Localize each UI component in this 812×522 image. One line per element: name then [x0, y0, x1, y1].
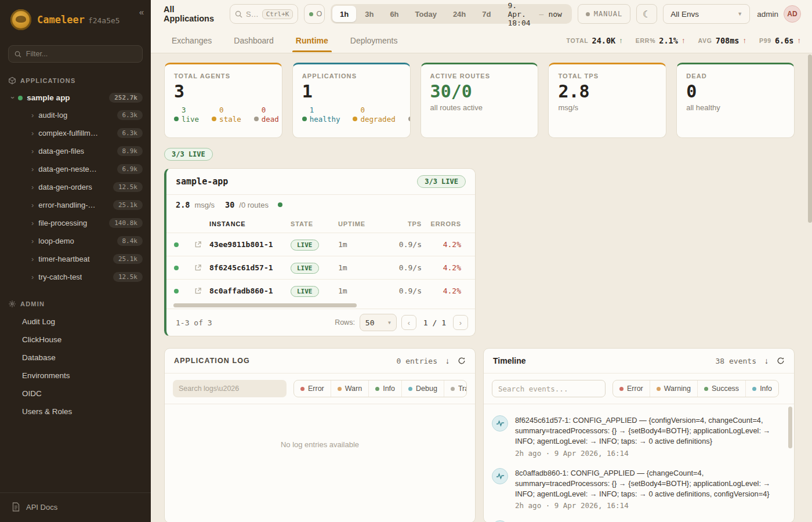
instance-row[interactable]: 43ee9811b801-1 LIVE 1m 0.9/s 4.2% 1	[166, 233, 475, 256]
manual-mode-button[interactable]: MANUAL	[578, 4, 630, 24]
download-icon[interactable]: ↓	[764, 356, 768, 365]
environment-select[interactable]: All Envs ▼	[663, 4, 750, 24]
range-1h-button[interactable]: 1h	[332, 6, 356, 22]
tab-deployments[interactable]: Deployments	[350, 36, 398, 52]
filter-success[interactable]: Success	[697, 380, 745, 397]
sidebar-filter-input[interactable]	[8, 45, 143, 63]
instance-row[interactable]: 8f6245c61d57-1 LIVE 1m 0.9/s 4.2% 1	[166, 256, 475, 279]
range-6h-button[interactable]: 6h	[382, 6, 406, 22]
sidebar-item-complex-fulfillm[interactable]: ›complex-fulfillm…6.3k	[0, 124, 151, 142]
filter-debug[interactable]: Debug	[401, 380, 444, 397]
warn-dot	[338, 387, 342, 391]
refresh-icon[interactable]	[777, 357, 785, 365]
sidebar-item-data-gen-orders[interactable]: ›data-gen-orders12.5k	[0, 178, 151, 196]
api-docs-link[interactable]: API Docs	[0, 492, 151, 522]
timeline-events-count: 38 events	[716, 357, 756, 365]
count-badge: 25.1k	[113, 254, 143, 264]
count-badge: 12.5k	[113, 182, 143, 192]
filter-error[interactable]: Error	[294, 380, 331, 397]
degraded-dot	[353, 117, 357, 121]
online-status-pill[interactable]: O	[304, 4, 325, 24]
tab-dashboard[interactable]: Dashboard	[234, 36, 274, 52]
timeline-event[interactable]: 8f6245c61d57-1: CONFIG_APPLIED — {config…	[492, 410, 782, 463]
main-area: All Applications S… Ctrl+K O 1h 3h 6h To…	[151, 0, 812, 522]
sidebar-item-data-gen-files[interactable]: ›data-gen-files8.9k	[0, 142, 151, 160]
healthy-dot	[302, 117, 307, 121]
summary-stats: TOTAL24.0K↑ ERR%2.1%↑ AVG708ms↑ P996.6s↑	[566, 36, 801, 45]
range-today-button[interactable]: Today	[408, 6, 444, 22]
range-3h-button[interactable]: 3h	[357, 6, 381, 22]
filter-info[interactable]: Info	[368, 380, 401, 397]
pulse-icon	[492, 415, 508, 432]
tab-runtime[interactable]: Runtime	[296, 36, 328, 52]
filter-warn[interactable]: Warn	[331, 380, 368, 397]
sidebar-item-audit-log-admin[interactable]: Audit Log	[0, 313, 151, 331]
sidebar-item-file-processing[interactable]: ›file-processing140.8k	[0, 214, 151, 232]
sidebar-item-oidc[interactable]: OIDC	[0, 385, 151, 403]
sidebar-item-clickhouse[interactable]: ClickHouse	[0, 331, 151, 349]
app-name[interactable]: sample-app	[176, 176, 228, 187]
sidebar-filter-field[interactable]	[26, 50, 136, 58]
username-label: admin	[757, 10, 778, 19]
timeline-event[interactable]: 8c0affadb860-1: CONFIG_APPLIED — {change…	[492, 463, 782, 516]
sidebar-item-data-gen-neste[interactable]: ›data-gen-neste…6.9k	[0, 160, 151, 178]
download-icon[interactable]: ↓	[445, 356, 449, 365]
cube-icon	[8, 77, 16, 85]
sidebar-item-try-catch-test[interactable]: ›try-catch-test12.5k	[0, 268, 151, 286]
horizontal-scrollbar[interactable]	[173, 303, 469, 307]
card-active-routes: ACTIVE ROUTES 30/0 all routes active	[420, 63, 539, 138]
sidebar-item-error-handling[interactable]: ›error-handling-…25.1k	[0, 196, 151, 214]
range-7d-button[interactable]: 7d	[474, 6, 498, 22]
keyboard-shortcut-badge: Ctrl+K	[262, 9, 293, 19]
runtime-content: TOTAL AGENTS 3 3live 0stale 0dead APPLIC…	[151, 53, 812, 522]
next-page-button[interactable]: ›	[453, 315, 468, 330]
sidebar-item-users-roles[interactable]: Users & Roles	[0, 403, 151, 420]
sidebar-item-environments[interactable]: Environments	[0, 367, 151, 385]
external-link-icon[interactable]	[186, 241, 209, 248]
search-icon	[235, 10, 242, 18]
range-from: 9. Apr. 18:04	[507, 1, 534, 27]
log-search-input[interactable]	[173, 380, 287, 397]
page-title: All Applications	[164, 5, 219, 23]
filter-error[interactable]: Error	[613, 380, 650, 397]
sidebar-item-loop-demo[interactable]: ›loop-demo8.4k	[0, 232, 151, 250]
time-range-selector: 1h 3h 6h Today 24h 7d 9. Apr. 18:04 — no…	[331, 4, 572, 24]
card-dead: DEAD 0 all healthy	[676, 63, 795, 138]
chevron-right-icon: ›	[31, 129, 34, 137]
sidebar-item-database[interactable]: Database	[0, 349, 151, 367]
chevron-right-icon: ›	[31, 147, 34, 155]
info-dot	[375, 387, 379, 391]
rows-per-page-select[interactable]: 50 ▼	[360, 314, 397, 331]
moon-icon: ☾	[643, 9, 651, 20]
external-link-icon[interactable]	[186, 264, 209, 271]
app-routes-value: 30	[225, 200, 234, 209]
refresh-icon[interactable]	[458, 357, 466, 365]
external-link-icon[interactable]	[186, 287, 209, 295]
global-search-input[interactable]: S… Ctrl+K	[230, 4, 298, 24]
filter-info[interactable]: Info	[745, 380, 778, 397]
filter-trace[interactable]: Trace	[444, 380, 467, 397]
sidebar-header: Cameleerf24a5e5 «	[0, 0, 151, 38]
avatar[interactable]: AD	[784, 5, 801, 23]
card-value: 1	[302, 82, 401, 101]
timeline-scrollbar[interactable]	[788, 407, 792, 448]
online-dot	[309, 12, 313, 16]
filter-warning[interactable]: Warning	[650, 380, 697, 397]
app-live-badge: 3/3 LIVE	[417, 175, 466, 188]
instance-row[interactable]: 8c0affadb860-1 LIVE 1m 0.9/s 4.2% 1	[166, 279, 475, 302]
prev-page-button[interactable]: ‹	[401, 315, 416, 330]
time-range-display[interactable]: 9. Apr. 18:04 — now	[499, 1, 570, 27]
sidebar-item-audit-log[interactable]: ›audit-log6.3k	[0, 106, 151, 124]
sidebar-item-timer-heartbeat[interactable]: ›timer-heartbeat25.1k	[0, 250, 151, 268]
tab-exchanges[interactable]: Exchanges	[172, 36, 212, 52]
timeline-event[interactable]: 43ee9811b801-1: CONFIG_APPLIED — {change…	[492, 515, 782, 522]
event-timestamp: 2h ago · 9 Apr 2026, 16:14	[515, 449, 782, 458]
sidebar-item-sample-app[interactable]: › sample app 252.7k	[0, 89, 151, 106]
range-24h-button[interactable]: 24h	[445, 6, 473, 22]
sidebar-collapse-icon[interactable]: «	[139, 7, 144, 17]
brand-name: Cameleer	[37, 14, 85, 26]
dark-mode-toggle[interactable]: ☾	[636, 4, 657, 24]
page-scrollbar[interactable]	[808, 55, 812, 223]
count-badge: 12.5k	[113, 272, 143, 282]
timeline-search-input[interactable]	[492, 380, 606, 397]
